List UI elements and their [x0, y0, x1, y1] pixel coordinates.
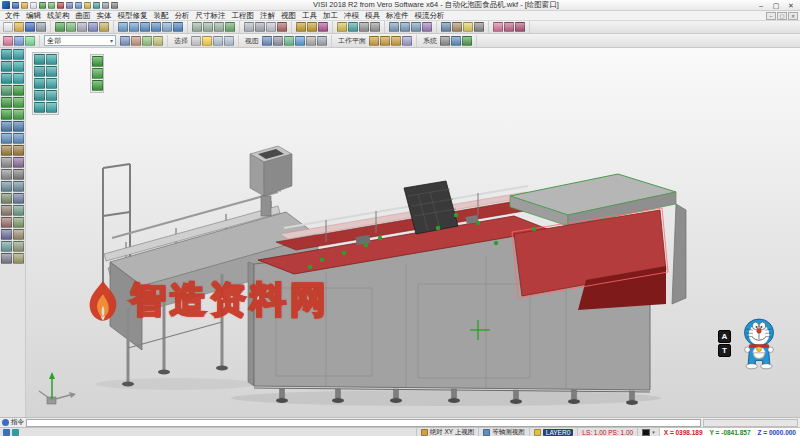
- cut-icon[interactable]: [77, 22, 87, 32]
- intersect-tool-icon[interactable]: [1, 193, 12, 204]
- workplane-custom-icon[interactable]: [402, 36, 412, 46]
- select-face-icon[interactable]: [25, 36, 35, 46]
- grid-status-icon[interactable]: [12, 429, 19, 436]
- mask-icon[interactable]: [515, 22, 525, 32]
- select-point-icon[interactable]: [3, 36, 13, 46]
- fillet-tool-icon[interactable]: [1, 145, 12, 156]
- menu-item-5[interactable]: 模型修复: [115, 11, 151, 21]
- view-zoom-all-icon[interactable]: [295, 36, 305, 46]
- top-view-icon[interactable]: [46, 102, 57, 113]
- front-view-icon[interactable]: [34, 102, 45, 113]
- minimize-button[interactable]: –: [754, 1, 768, 10]
- maximize-button[interactable]: ▢: [769, 1, 783, 10]
- color-indicator[interactable]: ▾: [637, 428, 659, 436]
- zoom-in-view-icon[interactable]: [34, 66, 45, 77]
- view-side-icon[interactable]: [214, 22, 224, 32]
- solid-sphere-icon[interactable]: [411, 22, 421, 32]
- help-icon[interactable]: [2, 419, 9, 426]
- wrap-tool-icon[interactable]: [13, 241, 24, 252]
- view-front-icon[interactable]: [192, 22, 202, 32]
- analysis-icon[interactable]: [318, 22, 328, 32]
- close-button[interactable]: ✕: [784, 1, 798, 10]
- qa-workplane-icon[interactable]: [93, 2, 100, 9]
- solid-tool-icon[interactable]: [1, 97, 12, 108]
- workplane-xz-icon[interactable]: [380, 36, 390, 46]
- menu-item-7[interactable]: 分析: [172, 11, 193, 21]
- pattern-tool-icon[interactable]: [13, 181, 24, 192]
- filter-points-icon[interactable]: [153, 36, 163, 46]
- layers-icon[interactable]: [337, 22, 347, 32]
- circle-tool-icon[interactable]: [1, 73, 12, 84]
- menu-item-17[interactable]: 模流分析: [412, 11, 448, 21]
- selection-icon[interactable]: [493, 22, 503, 32]
- menu-item-10[interactable]: 注解: [257, 11, 278, 21]
- filter-icon[interactable]: [504, 22, 514, 32]
- filter-solids-icon[interactable]: [120, 36, 130, 46]
- select-box-icon[interactable]: [213, 36, 223, 46]
- zoom-window-icon[interactable]: [140, 22, 150, 32]
- snap-grid-icon[interactable]: [92, 56, 103, 67]
- paste-icon[interactable]: [99, 22, 109, 32]
- workplane-indicator[interactable]: 绝对 XY 上视图: [416, 428, 479, 436]
- orbit-view-icon[interactable]: [34, 54, 45, 65]
- qa-layers-icon[interactable]: [84, 2, 91, 9]
- measure-icon[interactable]: [296, 22, 306, 32]
- heal-tool-icon[interactable]: [1, 217, 12, 228]
- snap-icon[interactable]: [370, 22, 380, 32]
- boolean-tool-icon[interactable]: [13, 157, 24, 168]
- select-all-icon[interactable]: [191, 36, 201, 46]
- zoom-window-view-icon[interactable]: [46, 78, 57, 89]
- curve-tool-icon[interactable]: [13, 73, 24, 84]
- menu-item-12[interactable]: 工具: [299, 11, 320, 21]
- menu-item-4[interactable]: 实体: [94, 11, 115, 21]
- menu-item-9[interactable]: 工程图: [229, 11, 258, 21]
- select-invert-icon[interactable]: [224, 36, 234, 46]
- system-info-icon[interactable]: [451, 36, 461, 46]
- dimension-icon[interactable]: [307, 22, 317, 32]
- render-icon[interactable]: [441, 22, 451, 32]
- menu-item-8[interactable]: 尺寸标注: [193, 11, 229, 21]
- workplane-icon[interactable]: [348, 22, 358, 32]
- system-help-icon[interactable]: [462, 36, 472, 46]
- pan-icon[interactable]: [162, 22, 172, 32]
- box-tool-icon[interactable]: [13, 97, 24, 108]
- extrude-tool-icon[interactable]: [1, 121, 12, 132]
- menu-item-2[interactable]: 线架构: [44, 11, 73, 21]
- zoom-out-view-icon[interactable]: [46, 66, 57, 77]
- nav-key-a[interactable]: A: [718, 330, 731, 343]
- text-tool-icon[interactable]: [1, 85, 12, 96]
- mdi-close-button[interactable]: ✕: [788, 12, 798, 20]
- view-iso-icon[interactable]: [225, 22, 235, 32]
- sphere-tool-icon[interactable]: [13, 109, 24, 120]
- right-unit[interactable]: [510, 174, 686, 310]
- undo-icon[interactable]: [55, 22, 65, 32]
- menu-item-14[interactable]: 冲模: [341, 11, 362, 21]
- snap-mid-icon[interactable]: [92, 80, 103, 91]
- menu-item-11[interactable]: 视图: [278, 11, 299, 21]
- previous-view-icon[interactable]: [34, 90, 45, 101]
- qa-delete-icon[interactable]: [57, 2, 64, 9]
- zoom-fit-icon[interactable]: [151, 22, 161, 32]
- workplane-xy-icon[interactable]: [369, 36, 379, 46]
- view-orientation-widget[interactable]: A T: [718, 330, 731, 357]
- qa-redo-icon[interactable]: [48, 2, 55, 9]
- line-tool-icon[interactable]: [1, 61, 12, 72]
- mdi-restore-button[interactable]: ▢: [777, 12, 787, 20]
- snap-status-icon[interactable]: [3, 429, 10, 436]
- draft-tool-icon[interactable]: [13, 229, 24, 240]
- qa-zoom-icon[interactable]: [75, 2, 82, 9]
- mirror-tool-icon[interactable]: [1, 181, 12, 192]
- command-input[interactable]: [26, 419, 701, 427]
- zoom-fit-view-icon[interactable]: [34, 78, 45, 89]
- wireframe-mode-icon[interactable]: [255, 22, 265, 32]
- offset-tool-icon[interactable]: [13, 169, 24, 180]
- nav-key-t[interactable]: T: [718, 344, 731, 357]
- workplane-yz-icon[interactable]: [391, 36, 401, 46]
- menu-item-1[interactable]: 编辑: [23, 11, 44, 21]
- filter-wireframe-icon[interactable]: [142, 36, 152, 46]
- qa-save-icon[interactable]: [12, 2, 19, 9]
- section-view-icon[interactable]: [277, 22, 287, 32]
- zoom-in-icon[interactable]: [118, 22, 128, 32]
- menu-item-16[interactable]: 标准件: [383, 11, 412, 21]
- layer-indicator[interactable]: LAYER0: [529, 428, 577, 436]
